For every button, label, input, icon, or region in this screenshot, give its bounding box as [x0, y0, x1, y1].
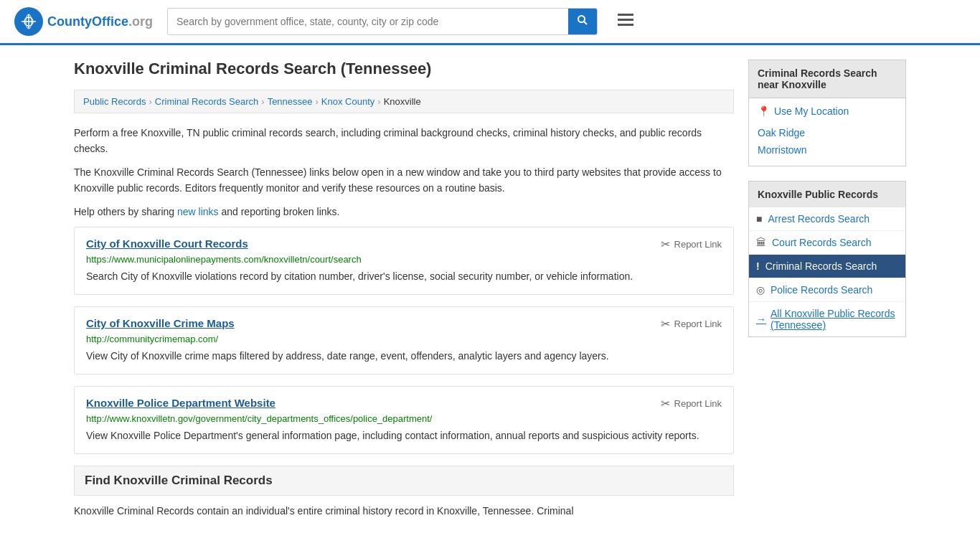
result-header: Knoxville Police Department Website ✂ Re…: [86, 397, 722, 410]
result-desc: Search City of Knoxville violations reco…: [86, 269, 722, 284]
report-icon: ✂: [661, 237, 670, 251]
svg-line-6: [584, 22, 587, 24]
result-item: Knoxville Police Department Website ✂ Re…: [74, 386, 734, 454]
breadcrumb-criminal-records-search[interactable]: Criminal Records Search: [155, 96, 259, 107]
description-1: Perform a free Knoxville, TN public crim…: [74, 125, 734, 157]
result-header: City of Knoxville Crime Maps ✂ Report Li…: [86, 317, 722, 331]
result-title[interactable]: Knoxville Police Department Website: [86, 397, 275, 409]
sidebar-link-oak-ridge[interactable]: Oak Ridge: [758, 124, 897, 141]
sidebar-public-records-section: Knoxville Public Records ■ Arrest Record…: [748, 181, 906, 337]
logo-icon: [14, 7, 43, 36]
breadcrumb: Public Records › Criminal Records Search…: [74, 90, 734, 113]
svg-rect-7: [618, 14, 633, 16]
sidebar-nearby-header: Criminal Records Search near Knoxville: [748, 60, 906, 98]
sidebar-nav: ■ Arrest Records Search 🏛 Court Records …: [748, 207, 906, 337]
sidebar-all-records-link[interactable]: → All Knoxville Public Records (Tennesse…: [749, 302, 905, 336]
result-url[interactable]: http://communitycrimemap.com/: [86, 334, 722, 344]
report-link[interactable]: ✂ Report Link: [661, 397, 722, 410]
report-link[interactable]: ✂ Report Link: [661, 237, 722, 251]
report-icon: ✂: [661, 397, 670, 410]
svg-rect-9: [618, 24, 633, 26]
main-layout: Knoxville Criminal Records Search (Tenne…: [60, 45, 920, 533]
result-item: City of Knoxville Crime Maps ✂ Report Li…: [74, 306, 734, 375]
court-records-icon: 🏛: [756, 237, 766, 248]
result-title[interactable]: City of Knoxville Court Records: [86, 237, 248, 250]
svg-rect-8: [618, 19, 633, 21]
sidebar-item-criminal-records[interactable]: ! Criminal Records Search: [749, 255, 905, 278]
breadcrumb-tennessee[interactable]: Tennessee: [268, 96, 313, 107]
result-url[interactable]: https://www.municipalonlinepayments.com/…: [86, 254, 722, 265]
breadcrumb-knox-county[interactable]: Knox County: [321, 96, 374, 107]
find-section-desc: Knoxville Criminal Records contain an in…: [74, 503, 734, 519]
header: CountyOffice.org: [0, 0, 980, 45]
location-icon: 📍: [758, 105, 770, 117]
sidebar-nearby-body: 📍 Use My Location Oak Ridge Morristown: [748, 98, 906, 166]
sidebar: Criminal Records Search near Knoxville 📍…: [748, 60, 906, 519]
criminal-records-icon: !: [756, 260, 760, 272]
description-2: The Knoxville Criminal Records Search (T…: [74, 164, 734, 197]
result-url[interactable]: http://www.knoxvilletn.gov/government/ci…: [86, 413, 722, 424]
sidebar-public-records-header: Knoxville Public Records: [748, 181, 906, 207]
result-item: City of Knoxville Court Records ✂ Report…: [74, 227, 734, 295]
arrow-icon: →: [756, 314, 766, 325]
report-link[interactable]: ✂ Report Link: [661, 317, 722, 331]
main-content: Knoxville Criminal Records Search (Tenne…: [74, 60, 734, 519]
sidebar-nearby-section: Criminal Records Search near Knoxville 📍…: [748, 60, 906, 166]
result-desc: View Knoxville Police Department's gener…: [86, 428, 722, 443]
svg-point-5: [578, 16, 585, 22]
breadcrumb-knoxville: Knoxville: [384, 96, 421, 107]
police-records-icon: ◎: [756, 284, 765, 296]
search-button[interactable]: [568, 9, 597, 34]
logo-text: CountyOffice.org: [47, 14, 153, 29]
description-3: Help others by sharing new links and rep…: [74, 204, 734, 220]
search-input[interactable]: [168, 10, 568, 33]
sidebar-item-court-records[interactable]: 🏛 Court Records Search: [749, 231, 905, 255]
new-links-link[interactable]: new links: [177, 206, 219, 217]
sidebar-item-arrest-records[interactable]: ■ Arrest Records Search: [749, 207, 905, 231]
result-header: City of Knoxville Court Records ✂ Report…: [86, 237, 722, 251]
find-section-title: Find Knoxville Criminal Records: [74, 466, 734, 496]
use-my-location[interactable]: 📍 Use My Location: [758, 105, 897, 117]
sidebar-link-morristown[interactable]: Morristown: [758, 141, 897, 159]
menu-button[interactable]: [612, 9, 639, 34]
sidebar-item-police-records[interactable]: ◎ Police Records Search: [749, 278, 905, 302]
page-title: Knoxville Criminal Records Search (Tenne…: [74, 60, 734, 78]
result-desc: View City of Knoxville crime maps filter…: [86, 349, 722, 364]
result-title[interactable]: City of Knoxville Crime Maps: [86, 317, 235, 329]
arrest-records-icon: ■: [756, 213, 762, 225]
search-bar: [167, 8, 598, 35]
breadcrumb-public-records[interactable]: Public Records: [83, 96, 146, 107]
report-icon: ✂: [661, 317, 670, 331]
logo[interactable]: CountyOffice.org: [14, 7, 153, 36]
